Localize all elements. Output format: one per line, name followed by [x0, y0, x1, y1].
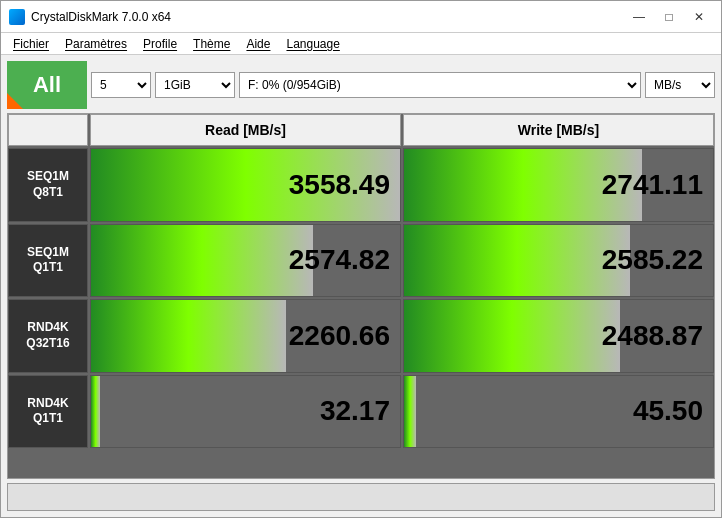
maximize-button[interactable]: □ — [655, 6, 683, 28]
minimize-button[interactable]: — — [625, 6, 653, 28]
menu-item-profile[interactable]: Profile — [135, 35, 185, 53]
size-dropdown[interactable]: 1GiB — [155, 72, 235, 98]
row-label-0: SEQ1MQ8T1 — [8, 148, 88, 222]
title-bar: CrystalDiskMark 7.0.0 x64 — □ ✕ — [1, 1, 721, 33]
row-label-1: SEQ1MQ1T1 — [8, 224, 88, 298]
controls-row: All 5 1GiB F: 0% (0/954GiB) MB/s — [7, 61, 715, 109]
read-header: Read [MB/s] — [90, 114, 401, 146]
unit-dropdown[interactable]: MB/s — [645, 72, 715, 98]
row-label-3: RND4KQ1T1 — [8, 375, 88, 449]
menu-bar: FichierParamètresProfileThèmeAideLanguag… — [1, 33, 721, 55]
drive-dropdown[interactable]: F: 0% (0/954GiB) — [239, 72, 641, 98]
window-title: CrystalDiskMark 7.0.0 x64 — [31, 10, 625, 24]
read-value-3: 32.17 — [90, 375, 401, 449]
read-value-2: 2260.66 — [90, 299, 401, 373]
app-icon — [9, 9, 25, 25]
write-value-1: 2585.22 — [403, 224, 714, 298]
write-value-3: 45.50 — [403, 375, 714, 449]
write-value-0: 2741.11 — [403, 148, 714, 222]
menu-item-language[interactable]: Language — [278, 35, 347, 53]
menu-item-thème[interactable]: Thème — [185, 35, 238, 53]
write-header: Write [MB/s] — [403, 114, 714, 146]
footer-bar — [7, 483, 715, 511]
write-value-2: 2488.87 — [403, 299, 714, 373]
label-header — [8, 114, 88, 146]
row-label-2: RND4KQ32T16 — [8, 299, 88, 373]
close-button[interactable]: ✕ — [685, 6, 713, 28]
read-value-0: 3558.49 — [90, 148, 401, 222]
window-controls: — □ ✕ — [625, 6, 713, 28]
read-value-1: 2574.82 — [90, 224, 401, 298]
count-dropdown[interactable]: 5 — [91, 72, 151, 98]
main-content: All 5 1GiB F: 0% (0/954GiB) MB/s Read [M… — [1, 55, 721, 517]
menu-item-fichier[interactable]: Fichier — [5, 35, 57, 53]
menu-item-paramètres[interactable]: Paramètres — [57, 35, 135, 53]
all-button[interactable]: All — [7, 61, 87, 109]
results-table: Read [MB/s] Write [MB/s] SEQ1MQ8T13558.4… — [7, 113, 715, 479]
main-window: CrystalDiskMark 7.0.0 x64 — □ ✕ FichierP… — [0, 0, 722, 518]
menu-item-aide[interactable]: Aide — [238, 35, 278, 53]
